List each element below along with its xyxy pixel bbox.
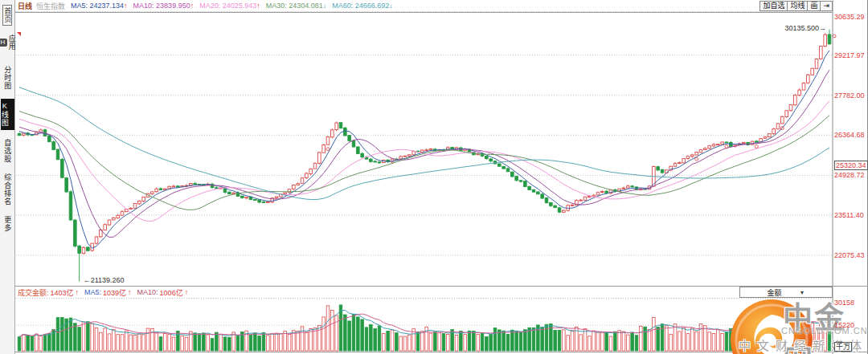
candle-body [104, 225, 107, 230]
candle-body [563, 210, 566, 212]
candle-body [245, 197, 248, 198]
sidebar-item-watchlist[interactable]: 自选股 [3, 137, 11, 165]
candle-body [313, 163, 317, 169]
candle-body [717, 144, 720, 145]
candle-body [545, 198, 548, 203]
candle-body [772, 129, 776, 134]
candle-body [117, 215, 120, 218]
volume-bar [95, 328, 98, 351]
volume-ma10-arrow: ↑ [185, 288, 189, 296]
sidebar-item-kline-chart[interactable]: K线图 [1, 99, 14, 130]
amount-dropdown-label: 金额 [768, 287, 782, 298]
sidebar-item-label: 更多 [3, 216, 11, 232]
candle-body [601, 192, 604, 193]
volume-bar [155, 333, 158, 351]
add-watchlist-button[interactable]: 加自选 [760, 1, 788, 11]
sidebar-item-home[interactable]: 首页 [2, 5, 12, 26]
volume-bar [506, 335, 510, 351]
sidebar-item-ranking[interactable]: 综合排名 [3, 172, 11, 207]
sidebar-item-apps[interactable]: H应用 [0, 33, 16, 52]
candle-body [811, 68, 814, 75]
volume-bar [125, 331, 129, 351]
candle-body [743, 142, 746, 143]
candle-body [159, 189, 162, 190]
sidebar-item-label: 综合排名 [3, 173, 11, 205]
candle-body [583, 197, 587, 200]
volume-bar [524, 330, 527, 351]
sidebar-item-more[interactable]: 更多 [3, 214, 11, 234]
volume-bar [403, 336, 407, 351]
volume-bar [104, 328, 107, 351]
app-h-icon: H [0, 39, 7, 47]
candle-body [515, 177, 518, 181]
axis-price-label: 30635.29 [834, 13, 865, 21]
volume-bar [194, 333, 197, 351]
chart-canvas[interactable]: 30135.500→←21139.260 [0, 0, 868, 354]
volume-bar [207, 335, 210, 351]
candle-body [370, 159, 373, 161]
volume-bar [31, 336, 34, 351]
volume-bar [712, 333, 715, 351]
volume-bar [280, 334, 283, 351]
candle-body [425, 150, 428, 151]
candle-body [807, 75, 810, 83]
candle-body [721, 142, 724, 144]
candle-body [704, 149, 707, 150]
volume-bar [185, 337, 188, 351]
volume-bar [305, 332, 309, 351]
volume-bar [725, 332, 728, 351]
candle-body [532, 189, 535, 192]
candle-body [23, 133, 26, 135]
collapse-panel-icon[interactable]: ⇥ [820, 1, 833, 11]
sidebar-item-time-chart[interactable]: 分时图 [3, 64, 11, 92]
candle-body [194, 184, 197, 185]
volume-bar [267, 336, 270, 351]
candle-body [399, 157, 403, 159]
volume-bar [318, 325, 321, 351]
ma-legend-ma60: MA60: 24666.692↓ [332, 2, 393, 10]
volume-bar [644, 327, 647, 351]
kline-app-window: 首页H应用分时图K线图自选股综合排名更多 日线 恒生指数 MA5: 24237.… [0, 0, 868, 354]
volume-bar [27, 335, 30, 351]
candle-body [524, 181, 527, 187]
candle-body [605, 191, 608, 193]
volume-bar [743, 334, 746, 351]
candle-body [789, 104, 792, 110]
candle-body [708, 146, 711, 149]
candle-body [352, 140, 355, 147]
candle-body [674, 164, 677, 167]
volume-bar [301, 327, 304, 351]
topbar-buttons: 加自选均线画⇥ [760, 1, 833, 11]
ma-toggle-button[interactable]: 均线 [787, 1, 808, 11]
amount-dropdown[interactable]: 金额 ▼ [739, 287, 833, 298]
volume-bar [653, 317, 656, 351]
dividend-marker-icon [833, 35, 836, 38]
candle-body [378, 162, 381, 163]
volume-bar [592, 331, 596, 351]
volume-bar [682, 328, 686, 351]
candle-body [241, 196, 244, 197]
volume-bar [219, 334, 223, 351]
volume-bar [35, 334, 39, 351]
volume-bar [78, 328, 81, 351]
volume-bar [678, 332, 682, 351]
candle-body [579, 200, 583, 201]
draw-button[interactable]: 画 [807, 1, 821, 11]
volume-bar [399, 336, 403, 351]
volume-bar [618, 331, 621, 351]
candle-body [190, 184, 193, 185]
down-arrow-icon: ↓ [323, 2, 327, 10]
candle-body [631, 186, 634, 187]
volume-bar [794, 323, 797, 351]
sidebar-item-label: K线图 [1, 102, 9, 127]
candle-body [537, 192, 540, 194]
candle-body [502, 166, 506, 169]
up-arrow-icon: ↑ [256, 2, 260, 10]
candle-body [519, 181, 522, 181]
candle-body [408, 155, 411, 157]
volume-ma5-label: MA5: [84, 288, 101, 296]
volume-bar [258, 336, 261, 351]
candle-body [18, 134, 21, 136]
volume-bar [168, 334, 171, 351]
volume-bar [159, 337, 162, 351]
